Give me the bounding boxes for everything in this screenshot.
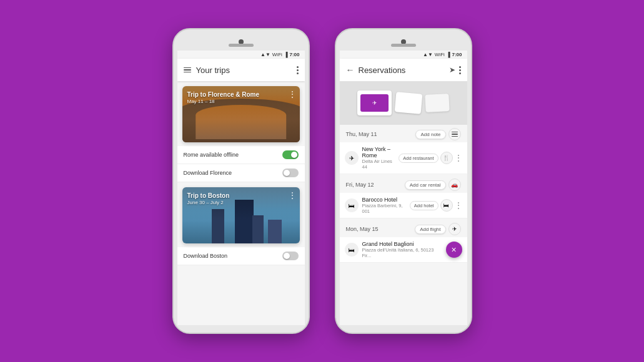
signal-icon: ▲▼ [260, 52, 270, 57]
toggle-thumb [291, 152, 297, 158]
time-display-right: 7:00 [452, 52, 462, 57]
flight-nyc-rome-detail: Delta Air Lines 44 [362, 159, 395, 170]
barocco-hotel-detail: Piazza Barberini, 9, 001 [362, 203, 406, 214]
more-options-icon-right[interactable] [459, 66, 461, 74]
share-icon[interactable]: ➤ [449, 66, 455, 74]
add-car-rental-button[interactable]: Add car rental [405, 180, 446, 190]
trip2-dates: June 30 – July 2 [187, 200, 230, 205]
download-boston-label: Download Boston [184, 253, 228, 259]
phone-top-bar-right [340, 36, 467, 48]
flight-icon-1: ✈ [345, 151, 359, 165]
section-fri-may12: Fri, May 12 Add car rental 🚗 [340, 175, 467, 193]
flight-nyc-rome-name: New York – Rome [362, 146, 395, 159]
phone-top-bar-left [177, 36, 305, 48]
wifi-icon-right: WiFi [435, 52, 445, 57]
barocco-hotel-item[interactable]: 🛏 Barocco Hotel Piazza Barberini, 9, 001… [340, 193, 467, 218]
status-bar-left: ▲▼ WiFi ▐ 7:00 [177, 51, 305, 59]
trip-boston-card[interactable]: Trip to Boston June 30 – July 2 ⋮ [182, 187, 300, 243]
close-fab-button[interactable]: × [446, 242, 462, 258]
date-thu-may11: Thu, May 11 [346, 131, 377, 137]
toggle-thumb-2 [284, 170, 290, 176]
add-restaurant-button[interactable]: Add restaurant [399, 154, 438, 163]
hotel-more-icon[interactable]: ⋮ [455, 201, 462, 210]
rome-offline-toggle-row: Rome available offline [177, 146, 305, 164]
hamburger-menu-icon[interactable] [184, 67, 191, 73]
phone-left: ▲▼ WiFi ▐ 7:00 Your trips [172, 28, 310, 334]
speaker-left [229, 44, 254, 47]
ticket-1: ✈ [357, 90, 392, 115]
grand-hotel-actions: × [446, 242, 462, 258]
speaker-right [391, 44, 416, 47]
trip1-more-icon[interactable]: ⋮ [289, 90, 296, 99]
barocco-hotel-actions: Add hotel 🛏 ⋮ [410, 199, 462, 212]
battery-icon-right: ▐ [447, 52, 450, 57]
ticket-2 [395, 92, 423, 114]
rome-offline-label: Rome available offline [184, 152, 239, 158]
boston-image: Trip to Boston June 30 – July 2 ⋮ [182, 187, 300, 243]
list-options-icon-1[interactable] [448, 128, 461, 140]
add-flight-button[interactable]: Add flight [415, 225, 445, 234]
trip-florence-rome-card[interactable]: Trip to Florence & Rome May 11 – 18 ⋮ [182, 86, 300, 142]
download-florence-toggle-row: Download Florence [177, 164, 305, 182]
colosseum-image: Trip to Florence & Rome May 11 – 18 ⋮ [182, 86, 300, 142]
trip2-info: Trip to Boston June 30 – July 2 [187, 192, 230, 205]
trip1-info: Trip to Florence & Rome May 11 – 18 [187, 91, 260, 104]
ticket-purple-card: ✈ [360, 94, 389, 112]
trip1-title: Trip to Florence & Rome [187, 91, 260, 98]
reservations-list: Thu, May 11 Add note ✈ New York – Rome D… [340, 125, 467, 325]
flight-nyc-rome-actions: Add restaurant 🍴 ⋮ [399, 152, 462, 164]
grand-hotel-baglioni-item[interactable]: 🛏 Grand Hotel Baglioni Piazza dell'Unità… [340, 237, 467, 263]
back-button[interactable]: ← [346, 65, 355, 75]
time-display-left: 7:00 [289, 52, 299, 57]
date-mon-may15: Mon, May 15 [346, 226, 379, 232]
hotel-action-icon[interactable]: 🛏 [440, 199, 453, 212]
your-trips-title: Your trips [196, 66, 292, 75]
rome-offline-toggle[interactable] [282, 150, 299, 159]
download-florence-toggle[interactable] [282, 169, 299, 177]
trip1-dates: May 11 – 18 [187, 99, 260, 104]
status-bar-right: ▲▼ WiFi ▐ 7:00 [340, 51, 467, 59]
section-thu-may11: Thu, May 11 Add note [340, 125, 467, 142]
download-florence-label: Download Florence [184, 170, 232, 176]
flight-nyc-rome-info: New York – Rome Delta Air Lines 44 [362, 146, 395, 170]
battery-icon: ▐ [284, 52, 288, 57]
screen-left: ▲▼ WiFi ▐ 7:00 Your trips [177, 51, 305, 325]
wifi-icon: WiFi [272, 52, 282, 57]
more-options-icon-left[interactable] [297, 66, 299, 74]
date-fri-may12: Fri, May 12 [346, 182, 374, 188]
flight-nyc-rome-item[interactable]: ✈ New York – Rome Delta Air Lines 44 Add… [340, 142, 467, 174]
app-bar-left: Your trips [177, 59, 305, 81]
reservations-app-bar: ← Reservations ➤ [340, 59, 467, 81]
flight-more-icon[interactable]: ⋮ [455, 154, 462, 162]
add-note-button[interactable]: Add note [415, 130, 445, 139]
phone-right: ▲▼ WiFi ▐ 7:00 ← Reservations ➤ ✈ [335, 28, 472, 334]
hotel-icon-2: 🛏 [345, 243, 359, 257]
restaurant-icon[interactable]: 🍴 [440, 152, 453, 164]
grand-hotel-detail: Piazza dell'Unità Italiana, 6, 50123 Fir… [362, 247, 442, 258]
section-mon-may15: Mon, May 15 Add flight ✈ [340, 220, 467, 237]
toggle-thumb-3 [284, 253, 290, 259]
trip2-more-icon[interactable]: ⋮ [289, 191, 296, 200]
screen-right: ▲▼ WiFi ▐ 7:00 ← Reservations ➤ ✈ [340, 51, 467, 325]
ticket-3 [425, 94, 449, 112]
ticket-thumbnail-area: ✈ [340, 81, 467, 125]
signal-icon-right: ▲▼ [423, 52, 433, 57]
barocco-hotel-name: Barocco Hotel [362, 197, 406, 203]
barocco-hotel-info: Barocco Hotel Piazza Barberini, 9, 001 [362, 197, 406, 214]
grand-hotel-info: Grand Hotel Baglioni Piazza dell'Unità I… [362, 241, 442, 258]
grand-hotel-name: Grand Hotel Baglioni [362, 241, 442, 247]
reservations-title: Reservations [359, 66, 445, 75]
flight-action-icon[interactable]: ✈ [448, 223, 461, 235]
add-hotel-button[interactable]: Add hotel [410, 201, 438, 210]
hotel-icon-1: 🛏 [345, 198, 359, 212]
download-boston-toggle[interactable] [282, 252, 299, 260]
car-icon[interactable]: 🚗 [448, 179, 461, 191]
download-boston-toggle-row: Download Boston [177, 247, 305, 265]
trip2-title: Trip to Boston [187, 192, 230, 199]
